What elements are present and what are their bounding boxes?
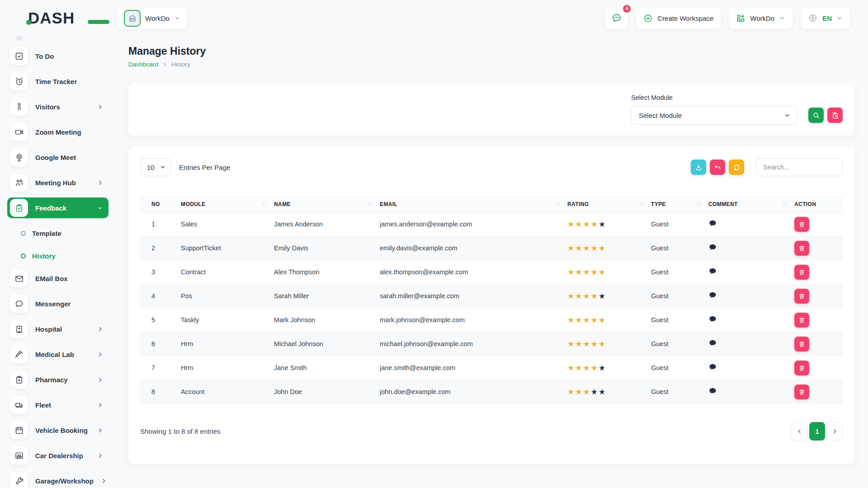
delete-button[interactable] [794,217,809,232]
delete-button[interactable] [794,241,809,256]
sidebar-item-to-do[interactable]: To Do [7,46,108,66]
showing-entries-text: Showing 1 to 8 of 8 entries [140,427,221,435]
column-header-name[interactable]: NAME↑↓ [274,197,380,212]
comment-icon[interactable] [708,219,717,228]
breadcrumb-current: History [171,61,190,68]
sidebar-item-pharmacy[interactable]: Pharmacy [7,369,108,390]
comment-icon[interactable] [708,315,717,324]
export-button[interactable] [691,160,706,175]
search-input[interactable] [756,158,843,176]
download-icon [695,164,703,171]
messages-button[interactable]: 0 [605,8,628,29]
refresh-icon [733,164,741,171]
notification-badge: 0 [623,5,631,13]
search-icon [812,112,820,119]
column-header-no: NO [140,197,181,212]
sidebar-item-hospital[interactable]: Hospital [7,319,108,339]
delete-button[interactable] [794,337,809,352]
people-icon [10,174,28,192]
star-icon: ★ [591,292,599,300]
sidebar-item-feedback[interactable]: Feedback [7,197,108,218]
rating-stars: ★★★★★ [567,332,651,356]
sidebar-subitem-history[interactable]: History [7,245,108,266]
rating-stars: ★★★★★ [567,212,651,236]
cell-name: Alex Thompson [274,260,380,284]
sidebar-subitem-label: History [32,252,56,260]
delete-button[interactable] [794,313,809,328]
sidebar-item-medical-lab[interactable]: Medical Lab [7,344,108,365]
star-icon: ★ [591,268,599,277]
sidebar-item-car-dealership[interactable]: Car Dealership [7,445,108,466]
delete-button[interactable] [794,265,809,280]
sidebar-item-vehicle-booking[interactable]: Vehicle Booking [7,420,108,441]
refresh-button[interactable] [729,160,744,175]
sidebar-subitem-template[interactable]: Template [7,223,108,244]
language-code: EN [822,14,832,22]
chevron-right-icon [97,352,103,357]
module-select[interactable]: Select Module [631,106,797,125]
cell-type: Guest [651,236,708,260]
comment-icon[interactable] [708,267,717,276]
page-number-button[interactable]: 1 [809,422,825,441]
cell-module: SupportTicket [181,236,274,260]
comment-icon[interactable] [708,339,717,347]
delete-button[interactable] [794,289,809,304]
sidebar-item-email-box[interactable]: EMail Box [7,268,108,289]
star-icon: ★ [583,268,591,277]
table-controls: 10 Entries Per Page [140,158,843,176]
workspace-switcher[interactable]: WorkDo [118,8,187,29]
circle-dot-icon [21,253,26,258]
column-header-email[interactable]: EMAIL↑↓ [380,197,567,212]
comment-icon[interactable] [708,291,717,300]
column-header-module[interactable]: MODULE↑↓ [181,197,274,212]
apply-filter-button[interactable] [808,108,824,123]
clear-filter-button[interactable] [827,108,843,123]
brand-logo[interactable]: DASH [28,9,96,27]
sidebar-item-label: Feedback [35,204,66,212]
undo-button[interactable] [710,160,725,175]
next-page-button[interactable] [827,422,843,441]
grid-plus-icon [736,14,745,23]
delete-button[interactable] [794,361,809,375]
column-header-type[interactable]: TYPE↑↓ [651,197,708,212]
sidebar-item-visitors[interactable]: Visitors [7,96,108,117]
star-icon: ★ [591,340,599,348]
trash-icon [798,317,805,324]
envelope-icon [10,269,28,287]
sidebar-item-zoom-meeting[interactable]: Zoom Meeting [7,122,108,142]
pharmacy-clipboard-icon [10,371,28,389]
workdo-menu-button[interactable]: WorkDo [729,8,793,29]
sidebar-item-meeting-hub[interactable]: Meeting Hub [7,172,108,193]
sidebar-item-garage-workshop[interactable]: Garage/Workshop [7,470,108,488]
sidebar-scrollbar[interactable] [16,36,23,41]
star-icon: ★ [591,220,599,229]
logo-text: DASH [28,9,75,27]
comment-icon[interactable] [708,363,717,371]
clipboard-check-icon [10,199,28,217]
column-header-rating[interactable]: RATING↑↓ [567,197,651,212]
language-selector[interactable]: EN [801,8,850,29]
column-header-comment[interactable]: COMMENT↑↓ [708,197,794,212]
sidebar-item-google-meet[interactable]: Google Meet [7,147,108,168]
comment-icon[interactable] [708,387,717,395]
select-module-label: Select Module [631,94,843,101]
star-icon: ★ [599,220,606,229]
comment-icon[interactable] [708,243,717,252]
star-icon: ★ [599,388,606,396]
chevron-right-icon [97,326,103,332]
page-size-select[interactable]: 10 [140,158,171,176]
prev-page-button[interactable] [792,422,807,441]
chevron-down-icon [97,205,103,211]
person-icon [10,98,28,116]
sidebar-item-fleet[interactable]: Fleet [7,394,108,415]
trash-icon [798,341,805,347]
create-workspace-button[interactable]: Create Workspace [636,8,721,29]
cell-module: Taskly [181,308,274,332]
sidebar-item-messenger[interactable]: Messenger [7,293,108,314]
breadcrumb-dashboard-link[interactable]: Dashboard [128,61,158,68]
delete-button[interactable] [794,385,809,399]
sidebar-item-time-tracker[interactable]: Time Tracker [7,71,108,92]
cell-email: sarah.miller@example.com [380,284,567,308]
cell-name: John Doe [274,380,380,404]
star-icon: ★ [599,244,606,253]
